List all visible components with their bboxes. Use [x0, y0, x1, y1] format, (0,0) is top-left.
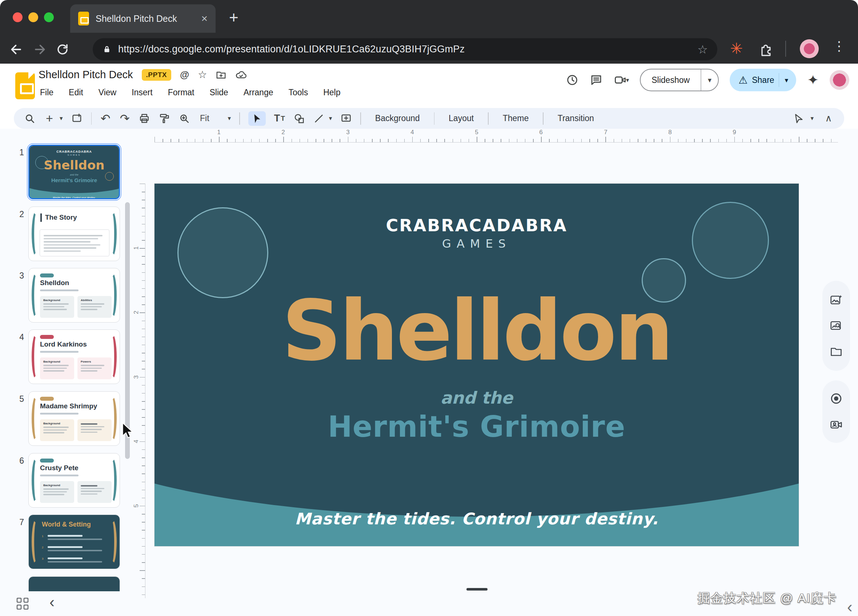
brand-sub-text[interactable]: GAMES	[154, 237, 799, 250]
folder-icon[interactable]	[830, 345, 843, 358]
document-title[interactable]: Shelldon Pitch Deck	[39, 69, 133, 81]
undo-icon[interactable]: ↶	[100, 112, 111, 126]
print-icon[interactable]	[138, 113, 150, 124]
share-dropdown-icon[interactable]: ▾	[779, 73, 794, 87]
meet-dropdown-icon[interactable]: ▾	[626, 76, 630, 84]
slide-subtitle-text[interactable]: Hermit's Grimoire	[154, 410, 799, 443]
extension-burst-icon[interactable]: ✳	[730, 40, 743, 58]
forward-icon[interactable]	[33, 42, 47, 56]
tab-close-icon[interactable]: ×	[201, 12, 208, 25]
slideshow-dropdown-icon[interactable]: ▾	[701, 70, 718, 90]
thumb-box-background: Background	[40, 481, 74, 503]
browser-tab[interactable]: Shelldon Pitch Deck ×	[70, 5, 216, 33]
menu-help[interactable]: Help	[322, 86, 341, 99]
mention-icon[interactable]: @	[180, 69, 189, 80]
slide-thumbnail-4[interactable]: Lord Karkinos Background Powers	[28, 330, 120, 384]
comments-icon[interactable]	[590, 73, 603, 87]
background-button[interactable]: Background	[369, 111, 426, 126]
thumb-brand-sub: GAMES	[30, 154, 119, 156]
thumb-box-background: Background	[40, 358, 74, 379]
menu-view[interactable]: View	[98, 86, 117, 99]
search-menus-icon[interactable]	[24, 113, 36, 124]
grid-view-icon[interactable]	[17, 598, 28, 610]
text-box-icon[interactable]: TT	[274, 113, 285, 124]
new-slide-icon[interactable]	[71, 113, 83, 124]
share-button[interactable]: ⚠ Share ▾	[730, 69, 796, 91]
laser-pointer-icon[interactable]	[793, 113, 805, 124]
search-image-icon[interactable]	[830, 319, 843, 332]
slide-thumbnail-2[interactable]: The Story	[28, 207, 120, 261]
browser-profile-avatar[interactable]	[800, 39, 819, 58]
thumb-heading: Madame Shrimpy	[40, 402, 97, 410]
new-tab-button[interactable]: +	[229, 9, 238, 25]
line-tool-icon[interactable]	[313, 113, 324, 124]
slideshow-button[interactable]: Slideshow ▾	[640, 69, 719, 91]
fit-dropdown-icon[interactable]: ▾	[228, 115, 231, 122]
menu-slide[interactable]: Slide	[209, 86, 229, 99]
collapse-toolbar-icon[interactable]: ∧	[823, 113, 834, 124]
insert-comment-icon[interactable]	[340, 113, 352, 124]
version-history-icon[interactable]	[566, 73, 579, 87]
menu-format[interactable]: Format	[167, 86, 195, 99]
menu-insert[interactable]: Insert	[131, 86, 154, 99]
vertical-ruler: 1 2 3 4 5	[134, 184, 145, 598]
layout-button[interactable]: Layout	[443, 111, 480, 126]
filmstrip-scrollbar[interactable]	[125, 202, 130, 459]
line-dropdown-icon[interactable]: ▾	[329, 115, 332, 122]
move-folder-icon[interactable]	[216, 70, 227, 80]
slides-favicon-icon	[78, 12, 89, 25]
window-minimize-button[interactable]	[28, 12, 38, 22]
thumb-band: Master the tides. Control your destiny.	[30, 187, 119, 199]
camera-person-icon[interactable]	[830, 418, 843, 431]
add-dropdown-icon[interactable]: ▾	[60, 115, 63, 122]
shape-icon[interactable]	[294, 113, 305, 124]
slide-thumbnail-5[interactable]: Madame Shrimpy Background	[28, 391, 120, 446]
menu-arrange[interactable]: Arrange	[243, 86, 274, 99]
thumb-badge	[40, 459, 54, 462]
menu-edit[interactable]: Edit	[68, 86, 84, 99]
slide-thumbnail-1[interactable]: CRABRACADABRA GAMES Shelldon and the Her…	[28, 145, 120, 199]
browser-menu-icon[interactable]: ⋮	[833, 39, 846, 54]
slide-canvas[interactable]: CRABRACADABRA GAMES Shelldon and the Her…	[154, 184, 799, 546]
gemini-sparkle-icon[interactable]: ✦	[807, 72, 819, 88]
star-document-icon[interactable]: ☆	[198, 69, 207, 81]
slide-thumbnail-3[interactable]: Shelldon Background Abilities	[28, 268, 120, 322]
menu-tools[interactable]: Tools	[288, 86, 309, 99]
slide-number-5: 5	[13, 394, 24, 404]
pointer-dropdown-icon[interactable]: ▾	[810, 115, 814, 122]
back-icon[interactable]	[9, 42, 23, 56]
thumb-title: Shelldon	[30, 158, 119, 173]
reload-icon[interactable]	[56, 43, 69, 56]
menu-file[interactable]: File	[39, 86, 54, 99]
thumb-badge	[40, 335, 54, 339]
collapse-filmstrip-icon[interactable]: ‹	[50, 594, 54, 610]
cloud-saved-icon[interactable]	[235, 69, 247, 81]
redo-icon[interactable]: ↷	[119, 112, 130, 126]
extensions-puzzle-icon[interactable]	[758, 42, 774, 58]
zoom-icon[interactable]	[179, 113, 190, 124]
present-to-meet-icon[interactable]: ▾	[614, 73, 630, 87]
slide-tagline-text[interactable]: Master the tides. Control your destiny.	[154, 509, 799, 528]
slide-connector-text[interactable]: and the	[154, 388, 799, 408]
theme-button[interactable]: Theme	[497, 111, 535, 126]
zoom-fit-select[interactable]: Fit	[200, 114, 210, 123]
zoom-add-icon[interactable]: +	[44, 111, 55, 126]
slide-title-text[interactable]: Shelldon	[154, 288, 799, 375]
google-slides-logo[interactable]	[15, 72, 35, 99]
side-panel-collapse-icon[interactable]: ‹	[847, 598, 853, 616]
slide-thumbnail-6[interactable]: Crusty Pete Background	[28, 453, 120, 508]
transition-button[interactable]: Transition	[552, 111, 600, 126]
record-icon[interactable]	[830, 392, 843, 405]
speaker-notes-handle[interactable]	[466, 588, 488, 591]
window-zoom-button[interactable]	[44, 12, 54, 22]
insert-image-sparkle-icon[interactable]	[830, 294, 843, 306]
slide-thumbnail-7[interactable]: World & Setting 1 2 3	[28, 515, 120, 569]
select-tool-icon[interactable]	[248, 111, 266, 126]
slide-thumbnail-8[interactable]	[28, 576, 120, 593]
account-avatar[interactable]	[830, 70, 849, 90]
paint-format-icon[interactable]	[159, 113, 170, 124]
bookmark-star-icon[interactable]: ☆	[697, 42, 708, 56]
url-bar[interactable]: https://docs.google.com/presentation/d/1…	[93, 38, 717, 61]
brand-name-text[interactable]: CRABRACADABRA	[154, 216, 799, 235]
window-close-button[interactable]	[13, 12, 23, 22]
